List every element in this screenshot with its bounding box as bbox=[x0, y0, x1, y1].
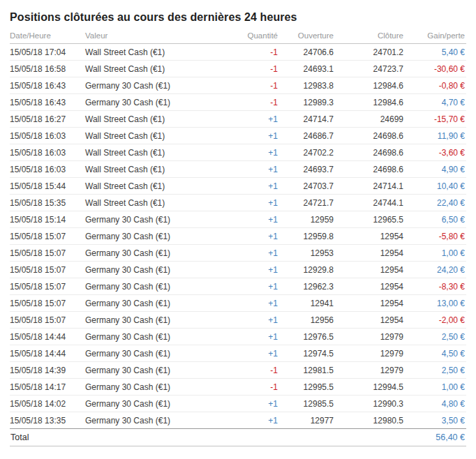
cell-gain-loss: 3,50 € bbox=[403, 412, 466, 429]
cell-close-price: 12990.3 bbox=[334, 396, 403, 412]
cell-close-price: 24698.6 bbox=[334, 161, 403, 178]
positions-table: Date/Heure Valeur Quantité Ouverture Clô… bbox=[10, 31, 466, 446]
cell-quantity: +1 bbox=[229, 128, 278, 144]
table-row: 15/05/18 15:07 Germany 30 Cash (€1) +1 1… bbox=[10, 312, 466, 329]
cell-instrument: Germany 30 Cash (€1) bbox=[85, 211, 229, 228]
table-row: 15/05/18 15:07 Germany 30 Cash (€1) +1 1… bbox=[10, 245, 466, 262]
table-row: 15/05/18 15:07 Germany 30 Cash (€1) +1 1… bbox=[10, 262, 466, 278]
cell-quantity: +1 bbox=[229, 178, 278, 195]
cell-close-price: 24698.6 bbox=[334, 144, 403, 161]
cell-quantity: +1 bbox=[229, 195, 278, 211]
total-row: Total 56,40 € bbox=[10, 429, 466, 446]
cell-instrument: Germany 30 Cash (€1) bbox=[85, 379, 229, 396]
cell-datetime: 15/05/18 15:07 bbox=[10, 245, 85, 262]
cell-close-price: 12979 bbox=[334, 362, 403, 379]
cell-close-price: 24744.1 bbox=[334, 195, 403, 211]
table-row: 15/05/18 14:44 Germany 30 Cash (€1) +1 1… bbox=[10, 329, 466, 345]
cell-close-price: 24698.6 bbox=[334, 128, 403, 144]
cell-gain-loss: 1,00 € bbox=[403, 245, 466, 262]
cell-open-price: 12977 bbox=[278, 412, 334, 429]
cell-close-price: 12965.5 bbox=[334, 211, 403, 228]
cell-open-price: 24693.1 bbox=[278, 61, 334, 77]
cell-close-price: 12984.6 bbox=[334, 77, 403, 94]
cell-datetime: 15/05/18 15:35 bbox=[10, 195, 85, 211]
cell-quantity: +1 bbox=[229, 312, 278, 329]
column-header-close: Clôture bbox=[334, 31, 403, 44]
cell-quantity: +1 bbox=[229, 278, 278, 295]
cell-datetime: 15/05/18 15:07 bbox=[10, 278, 85, 295]
cell-datetime: 15/05/18 16:43 bbox=[10, 94, 85, 111]
cell-datetime: 15/05/18 16:58 bbox=[10, 61, 85, 77]
cell-gain-loss: 10,40 € bbox=[403, 178, 466, 195]
cell-datetime: 15/05/18 16:43 bbox=[10, 77, 85, 94]
cell-gain-loss: -5,80 € bbox=[403, 228, 466, 245]
cell-datetime: 15/05/18 14:17 bbox=[10, 379, 85, 396]
cell-datetime: 15/05/18 14:02 bbox=[10, 396, 85, 412]
cell-quantity: -1 bbox=[229, 44, 278, 61]
cell-open-price: 24693.7 bbox=[278, 161, 334, 178]
cell-datetime: 15/05/18 16:03 bbox=[10, 144, 85, 161]
cell-instrument: Wall Street Cash (€1) bbox=[85, 44, 229, 61]
column-header-gain: Gain/perte bbox=[403, 31, 466, 44]
cell-gain-loss: 2,50 € bbox=[403, 362, 466, 379]
table-body: 15/05/18 17:04 Wall Street Cash (€1) -1 … bbox=[10, 44, 466, 429]
cell-gain-loss: 24,20 € bbox=[403, 262, 466, 278]
cell-quantity: -1 bbox=[229, 77, 278, 94]
cell-gain-loss: 6,50 € bbox=[403, 211, 466, 228]
table-row: 15/05/18 15:07 Germany 30 Cash (€1) +1 1… bbox=[10, 295, 466, 312]
cell-gain-loss: 11,90 € bbox=[403, 128, 466, 144]
cell-quantity: +1 bbox=[229, 211, 278, 228]
cell-instrument: Germany 30 Cash (€1) bbox=[85, 278, 229, 295]
cell-datetime: 15/05/18 17:04 bbox=[10, 44, 85, 61]
table-row: 15/05/18 14:17 Germany 30 Cash (€1) -1 1… bbox=[10, 379, 466, 396]
table-row: 15/05/18 15:07 Germany 30 Cash (€1) +1 1… bbox=[10, 228, 466, 245]
cell-gain-loss: -8,30 € bbox=[403, 278, 466, 295]
column-header-value: Valeur bbox=[85, 31, 229, 44]
table-row: 15/05/18 14:44 Germany 30 Cash (€1) +1 1… bbox=[10, 345, 466, 362]
cell-close-price: 12994.5 bbox=[334, 379, 403, 396]
cell-instrument: Wall Street Cash (€1) bbox=[85, 195, 229, 211]
cell-datetime: 15/05/18 15:07 bbox=[10, 262, 85, 278]
cell-quantity: +1 bbox=[229, 228, 278, 245]
cell-quantity: -1 bbox=[229, 362, 278, 379]
cell-instrument: Wall Street Cash (€1) bbox=[85, 178, 229, 195]
cell-instrument: Germany 30 Cash (€1) bbox=[85, 295, 229, 312]
cell-instrument: Germany 30 Cash (€1) bbox=[85, 329, 229, 345]
column-header-open: Ouverture bbox=[278, 31, 334, 44]
cell-instrument: Wall Street Cash (€1) bbox=[85, 161, 229, 178]
table-row: 15/05/18 16:03 Wall Street Cash (€1) +1 … bbox=[10, 161, 466, 178]
cell-close-price: 12979 bbox=[334, 329, 403, 345]
cell-open-price: 12976.5 bbox=[278, 329, 334, 345]
column-header-quantity: Quantité bbox=[229, 31, 278, 44]
cell-datetime: 15/05/18 16:03 bbox=[10, 161, 85, 178]
cell-instrument: Germany 30 Cash (€1) bbox=[85, 412, 229, 429]
cell-datetime: 15/05/18 13:35 bbox=[10, 412, 85, 429]
cell-datetime: 15/05/18 15:07 bbox=[10, 295, 85, 312]
total-label: Total bbox=[10, 429, 403, 446]
total-gain-value: 56,40 € bbox=[403, 429, 466, 446]
table-row: 15/05/18 16:27 Wall Street Cash (€1) +1 … bbox=[10, 111, 466, 128]
cell-quantity: -1 bbox=[229, 379, 278, 396]
table-row: 15/05/18 14:02 Germany 30 Cash (€1) +1 1… bbox=[10, 396, 466, 412]
cell-datetime: 15/05/18 14:44 bbox=[10, 329, 85, 345]
cell-gain-loss: -0,80 € bbox=[403, 77, 466, 94]
cell-datetime: 15/05/18 16:27 bbox=[10, 111, 85, 128]
cell-close-price: 24699 bbox=[334, 111, 403, 128]
table-row: 15/05/18 14:39 Germany 30 Cash (€1) -1 1… bbox=[10, 362, 466, 379]
page-title: Positions clôturées au cours des dernièr… bbox=[10, 11, 466, 24]
table-row: 15/05/18 16:43 Germany 30 Cash (€1) -1 1… bbox=[10, 77, 466, 94]
cell-close-price: 24714.1 bbox=[334, 178, 403, 195]
cell-open-price: 24702.2 bbox=[278, 144, 334, 161]
cell-open-price: 24706.6 bbox=[278, 44, 334, 61]
cell-instrument: Wall Street Cash (€1) bbox=[85, 144, 229, 161]
cell-instrument: Germany 30 Cash (€1) bbox=[85, 94, 229, 111]
cell-close-price: 12954 bbox=[334, 278, 403, 295]
cell-close-price: 12954 bbox=[334, 262, 403, 278]
table-row: 15/05/18 15:44 Wall Street Cash (€1) +1 … bbox=[10, 178, 466, 195]
cell-gain-loss: -2,00 € bbox=[403, 312, 466, 329]
cell-close-price: 12954 bbox=[334, 295, 403, 312]
cell-quantity: +1 bbox=[229, 245, 278, 262]
cell-close-price: 12980.5 bbox=[334, 412, 403, 429]
cell-quantity: +1 bbox=[229, 396, 278, 412]
cell-datetime: 15/05/18 14:39 bbox=[10, 362, 85, 379]
